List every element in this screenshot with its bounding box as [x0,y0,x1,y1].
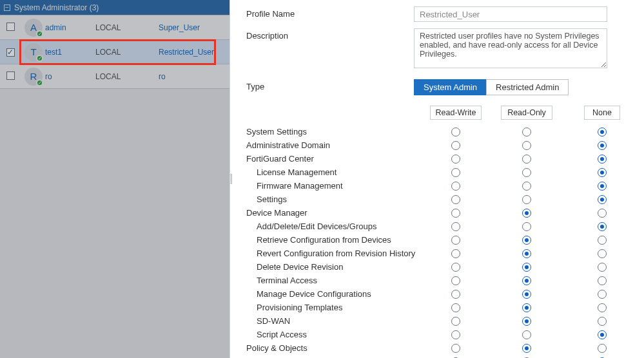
profile-cell[interactable]: ro [153,64,229,89]
right-panel: Profile Name Description Type System Adm… [230,0,644,358]
column-read-write-button[interactable]: Read-Write [430,106,482,120]
radio-rw[interactable] [451,263,460,272]
privilege-row: System Settings [246,125,636,138]
radio-none[interactable] [598,344,607,353]
row-checkbox[interactable] [6,48,15,57]
privilege-label: SD-WAN [246,316,420,326]
radio-ro[interactable] [522,263,531,272]
profile-cell[interactable]: Restricted_User [153,40,229,64]
radio-ro[interactable] [522,236,531,245]
collapse-icon[interactable]: − [4,5,10,11]
profile-cell[interactable]: Super_User [153,15,229,40]
privilege-label: Administrative Domain [246,140,420,150]
radio-none[interactable] [598,290,607,299]
username-link[interactable]: admin [45,23,66,32]
radio-rw[interactable] [451,182,460,191]
privilege-row: Global Policy Packages & Objects [246,355,636,358]
privilege-label: Revert Configuration from Revision Histo… [246,249,420,258]
radio-ro[interactable] [522,330,531,339]
row-checkbox[interactable] [6,23,15,31]
radio-none[interactable] [598,182,607,191]
privilege-row: Retrieve Configuration from Devices [246,233,636,247]
type-restricted-admin-button[interactable]: Restricted Admin [486,79,569,95]
privilege-label: System Settings [246,127,420,137]
privilege-label: Manage Device Configurations [246,289,420,299]
radio-none[interactable] [598,263,607,272]
radio-ro[interactable] [522,290,531,299]
radio-rw[interactable] [451,195,460,204]
auth-cell: LOCAL [92,64,153,89]
privilege-label: Terminal Access [246,276,420,285]
radio-none[interactable] [598,195,607,204]
radio-rw[interactable] [451,155,460,164]
privilege-row: Terminal Access [246,274,636,287]
privilege-label: FortiGuard Center [246,154,420,164]
radio-rw[interactable] [451,290,460,299]
radio-none[interactable] [598,276,607,285]
radio-ro[interactable] [522,303,531,312]
avatar: T [24,43,43,61]
admin-group-header[interactable]: − System Administrator (3) [0,0,229,15]
radio-none[interactable] [598,249,607,258]
type-toggle: System Admin Restricted Admin [414,79,629,95]
description-label: Description [246,28,414,70]
radio-rw[interactable] [451,222,460,231]
radio-none[interactable] [598,222,607,231]
profile-name-input[interactable] [414,6,607,22]
radio-ro[interactable] [522,222,531,231]
radio-ro[interactable] [522,276,531,285]
radio-none[interactable] [598,317,607,326]
privilege-label: Retrieve Configuration from Devices [246,235,420,245]
radio-rw[interactable] [451,168,460,177]
username-link[interactable]: test1 [45,48,62,57]
radio-rw[interactable] [451,141,460,150]
auth-cell: LOCAL [92,40,153,64]
radio-ro[interactable] [522,344,531,353]
type-system-admin-button[interactable]: System Admin [414,79,486,95]
privilege-label: Script Access [246,330,420,339]
radio-none[interactable] [598,209,607,218]
radio-none[interactable] [598,127,607,137]
radio-ro[interactable] [522,127,531,137]
description-textarea[interactable] [414,28,607,68]
privilege-row: Revert Configuration from Revision Histo… [246,247,636,260]
table-row[interactable]: AadminLOCALSuper_User [0,15,229,40]
privilege-label: Device Manager [246,208,420,218]
radio-ro[interactable] [522,209,531,218]
radio-none[interactable] [598,303,607,312]
privilege-row: Policy & Objects [246,341,636,355]
radio-ro[interactable] [522,182,531,191]
radio-ro[interactable] [522,317,531,326]
radio-rw[interactable] [451,236,460,245]
avatar: A [24,19,43,37]
radio-none[interactable] [598,141,607,150]
radio-none[interactable] [598,236,607,245]
radio-rw[interactable] [451,127,460,137]
radio-rw[interactable] [451,276,460,285]
radio-ro[interactable] [522,249,531,258]
radio-none[interactable] [598,155,607,164]
radio-ro[interactable] [522,141,531,150]
radio-rw[interactable] [451,317,460,326]
column-read-only-button[interactable]: Read-Only [501,106,552,120]
radio-ro[interactable] [522,155,531,164]
table-row[interactable]: Ttest1LOCALRestricted_User [0,40,229,64]
group-title: System Administrator (3) [14,3,99,12]
username-link[interactable]: ro [45,72,52,81]
radio-rw[interactable] [451,249,460,258]
radio-rw[interactable] [451,303,460,312]
column-none-button[interactable]: None [584,106,620,120]
radio-rw[interactable] [451,344,460,353]
avatar: R [24,68,43,86]
radio-none[interactable] [598,330,607,339]
table-row[interactable]: RroLOCALro [0,64,229,89]
radio-none[interactable] [598,168,607,177]
row-checkbox[interactable] [6,71,15,80]
privilege-label: Delete Device Revision [246,262,420,272]
radio-rw[interactable] [451,209,460,218]
radio-rw[interactable] [451,330,460,339]
resize-handle-icon[interactable] [230,174,232,184]
radio-ro[interactable] [522,168,531,177]
radio-ro[interactable] [522,195,531,204]
left-panel: − System Administrator (3) AadminLOCALSu… [0,0,230,358]
